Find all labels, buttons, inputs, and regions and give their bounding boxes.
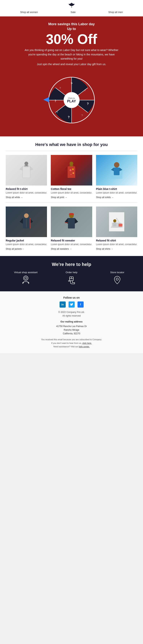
twitter-icon[interactable]: [68, 302, 75, 308]
product-image-jacket: [6, 206, 47, 237]
product-name-2: Cotton floral tee: [51, 188, 92, 190]
nav-shop-women[interactable]: Shop all women: [20, 11, 38, 14]
hero-discount-title: 30% Off: [8, 32, 135, 47]
svg-text:?: ?: [81, 114, 83, 117]
svg-rect-22: [24, 166, 28, 166]
virtual-assistant-icon[interactable]: [21, 275, 30, 286]
footer-address: Our mailing address 41750 Rancho Las Pal…: [8, 320, 135, 336]
help-label-order: Order help: [66, 271, 77, 274]
help-label-store: Store locator: [110, 271, 124, 274]
svg-text:?: ?: [71, 82, 72, 86]
product-name-1: Relaxed fit t-shirt: [6, 188, 47, 190]
product-name-3: Plain blue t-shirt: [96, 188, 137, 190]
products-section: Here's what we have in shop for you R: [0, 136, 143, 256]
help-item-order: Order help: [50, 271, 94, 286]
hero-subtitle2: Up to: [8, 27, 135, 31]
product-image-floral-tee: [51, 155, 92, 186]
help-item-virtual: Virtual shop assistant: [4, 271, 48, 286]
help-section: We're here to help Virtual shop assistan…: [0, 256, 143, 291]
svg-text:?: ?: [68, 116, 70, 119]
help-item-store: Store locator: [95, 271, 139, 286]
product-shirt: Relaxed fit shirt Lorem ipsum dolor sit …: [96, 206, 137, 250]
svg-point-49: [25, 277, 27, 279]
linkedin-icon[interactable]: in: [60, 302, 66, 308]
product-link-6[interactable]: Shop all shirts →: [96, 248, 137, 250]
svg-point-21: [24, 162, 28, 166]
products-section-title: Here's what we have in shop for you: [6, 142, 137, 147]
facebook-icon[interactable]: f: [78, 302, 84, 308]
address-label: Our mailing address: [8, 320, 135, 324]
logo: [0, 2, 143, 8]
nav-shop-men[interactable]: Shop all men: [108, 11, 123, 14]
footer: Follow us on in f © 2022 Company Pvt.Ltd…: [0, 291, 143, 353]
product-floral-tee: Cotton floral tee Lorem ipsum dolor sit …: [51, 155, 92, 199]
svg-point-28: [70, 162, 73, 166]
product-link-3[interactable]: Shop all solids →: [96, 196, 137, 199]
product-link-1[interactable]: Shop all white →: [6, 196, 47, 199]
product-image-sweater: [51, 206, 92, 237]
main-nav: Shop all women Sale Shop all men: [0, 10, 143, 15]
svg-marker-0: [43, 97, 49, 102]
footer-legal: You received this email because you are …: [8, 338, 135, 348]
svg-point-48: [24, 276, 28, 280]
svg-rect-23: [68, 166, 75, 178]
svg-rect-39: [69, 214, 74, 215]
wheel-container: ? ? ? ? ? ? ? ? Click to PLAY: [8, 70, 135, 132]
products-row-2: Regular jacket Lorem ipsum dolor sit ame…: [6, 206, 137, 250]
order-help-icon[interactable]: [67, 275, 76, 286]
hero-subtitle: More savings this Labor day: [8, 22, 135, 26]
svg-rect-29: [70, 166, 73, 166]
product-image-white-tshirt: [6, 155, 47, 186]
product-name-5: Relaxed fit sweater: [51, 239, 92, 242]
wheel-play-button[interactable]: Click to PLAY: [64, 92, 79, 108]
help-label-virtual: Virtual shop assistant: [14, 271, 38, 274]
svg-text:?: ?: [60, 86, 61, 90]
svg-rect-40: [68, 218, 75, 228]
svg-point-46: [113, 219, 116, 222]
help-grid: Virtual shop assistant Order help: [4, 271, 139, 286]
product-name-4: Regular jacket: [6, 239, 47, 242]
svg-point-33: [24, 214, 29, 218]
product-desc-4: Lorem ipsum dolor sit amet, consectetur.: [6, 243, 47, 246]
unsubscribe-link[interactable]: click here.: [82, 342, 92, 344]
svg-text:?: ?: [54, 99, 56, 102]
header: Shop all women Sale Shop all men: [0, 0, 143, 16]
social-icons: in f: [8, 302, 135, 308]
product-link-4[interactable]: Shop all jackets→: [6, 248, 47, 250]
svg-text:?: ?: [56, 111, 58, 114]
svg-point-25: [72, 172, 74, 174]
svg-rect-19: [22, 166, 30, 178]
svg-point-54: [116, 278, 118, 280]
product-sweater: Relaxed fit sweater Lorem ipsum dolor si…: [51, 206, 92, 250]
footer-copyright: © 2022 Company Pvt.Ltd.All rights reserv…: [8, 310, 135, 318]
nav-sale[interactable]: Sale: [71, 11, 76, 14]
product-desc-1: Lorem ipsum dolor sit amet, consectetur.: [6, 191, 47, 194]
products-row-1: Relaxed fit t-shirt Lorem ipsum dolor si…: [6, 155, 137, 199]
product-name-6: Relaxed fit shirt: [96, 239, 137, 242]
product-link-5[interactable]: Shop all sweaters →: [51, 248, 92, 250]
help-center-link[interactable]: help center.: [79, 346, 90, 348]
product-desc-2: Lorem ipsum dolor sit amet, consectetur.: [51, 191, 92, 194]
svg-rect-35: [30, 218, 30, 228]
svg-rect-32: [114, 168, 120, 175]
hero-description: Are you thinking of going out on Labor D…: [24, 48, 119, 61]
hero-section: More savings this Labor day Up to 30% Of…: [0, 16, 143, 136]
svg-point-26: [70, 174, 72, 175]
click-to-label: Click to: [68, 97, 75, 99]
svg-rect-45: [118, 224, 122, 226]
product-image-shirt: [96, 206, 137, 237]
svg-rect-47: [113, 222, 116, 226]
product-desc-6: Lorem ipsum dolor sit amet, consectetur.: [96, 243, 137, 246]
product-image-blue-tshirt: [96, 155, 137, 186]
svg-text:?: ?: [84, 89, 86, 92]
footer-legal-1: You received this email because you are …: [41, 338, 102, 341]
product-link-2[interactable]: Shop all print →: [51, 196, 92, 199]
hero-spin-text: Just spin the wheel and reveal your Labo…: [8, 63, 135, 66]
product-desc-3: Lorem ipsum dolor sit amet, consectetur.: [96, 191, 137, 194]
svg-point-27: [72, 168, 74, 170]
store-locator-icon[interactable]: [112, 275, 122, 286]
product-jacket: Regular jacket Lorem ipsum dolor sit ame…: [6, 206, 47, 250]
product-desc-5: Lorem ipsum dolor sit amet, consectetur.: [51, 243, 92, 246]
play-label: PLAY: [67, 99, 76, 103]
svg-point-24: [70, 169, 72, 171]
